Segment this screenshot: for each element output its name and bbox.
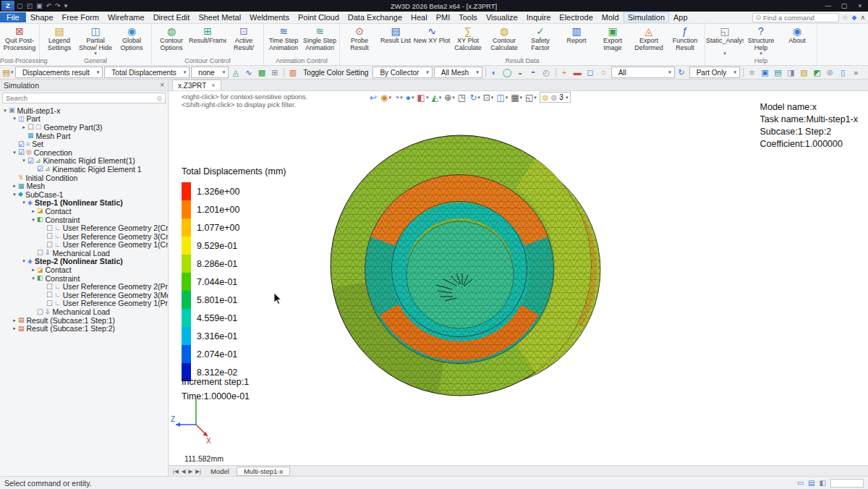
multi-window-icon[interactable]: ◱ ▾ (525, 93, 537, 103)
expand-toggle-icon[interactable]: ▾ (20, 258, 27, 264)
last-tab-button[interactable]: ▶| (194, 468, 203, 475)
menu-simulation[interactable]: Simulation (624, 12, 669, 22)
contour-options-button[interactable]: ◍ Contour Options (153, 25, 190, 58)
split-view-icon[interactable]: ◨ (786, 67, 797, 78)
tree-item[interactable]: ▾ ☑ ◎ Connection (0, 148, 168, 157)
list-display-icon[interactable]: ≡ (746, 67, 758, 78)
deformed-shape-icon[interactable]: ◬ (230, 67, 242, 78)
menu-visualize[interactable]: Visualize (482, 12, 522, 22)
active-result-frame-button[interactable]: ⊡ Active Result/ Frame (226, 25, 262, 58)
section-view-icon[interactable]: ◫ ▾ (496, 93, 508, 103)
document-tab[interactable]: x.Z3PRT × (172, 80, 221, 90)
minimize-button[interactable]: — (820, 2, 836, 9)
open-file-icon[interactable]: ◰ (27, 2, 33, 9)
entity-filter-select[interactable]: All (611, 67, 675, 78)
circle-probe-icon[interactable]: ○ (598, 67, 610, 78)
single-step-animation-button[interactable]: ≋ Single Step Animation (302, 25, 338, 58)
filter-status-icon[interactable]: ◧ (820, 479, 826, 487)
menu-inquire[interactable]: Inquire (522, 12, 556, 22)
expand-toggle-icon[interactable]: ▸ (11, 318, 18, 323)
menu-heal[interactable]: Heal (407, 12, 432, 22)
expand-toggle-icon[interactable]: ▸ (30, 267, 37, 273)
mesh-grid-icon[interactable]: ⊞ (269, 67, 281, 78)
visibility-checkbox[interactable]: ☑ (18, 148, 25, 156)
safety-factor-button[interactable]: ✓ Safety Factor (522, 25, 558, 58)
toggle-color-setting-button[interactable]: Toggle Color Setting (300, 67, 371, 78)
legend-settings-button[interactable]: ▤ Legend Settings (41, 25, 77, 58)
new-xy-plot-button[interactable]: ∿ New XY Plot (414, 25, 450, 58)
result-component-select[interactable]: Total Displacements (104, 67, 190, 78)
result-list-button[interactable]: ▤ Result List (378, 25, 414, 58)
tab-multi-step1-x[interactable]: Multi-step1-x (237, 467, 290, 476)
graphics-canvas[interactable]: <right-click> for context-sensitive opti… (169, 91, 868, 465)
tree-item[interactable]: ▾ ◈ Step-2 (Nonlinear Static) (0, 258, 168, 266)
next-tab-button[interactable]: ▶ (187, 468, 195, 475)
zoom-fit-icon[interactable]: ⊡ ▾ (483, 93, 494, 103)
light-count-control[interactable]: ◍ ◍ 3 ▾ (540, 92, 571, 103)
menu-wireframe[interactable]: Wireframe (103, 12, 149, 22)
menu-free-form[interactable]: Free Form (58, 12, 103, 22)
function-result-button[interactable]: ƒ Function Result (667, 25, 703, 58)
vector-display-icon[interactable]: ∿ (243, 67, 255, 78)
refresh-filter-icon[interactable]: ↻ (676, 67, 688, 78)
visibility-checkbox[interactable]: ☐ (46, 299, 53, 307)
pick-scope-select[interactable]: Part Only (689, 67, 740, 78)
rotate-view-icon[interactable]: ↻ ▾ (469, 93, 480, 103)
expand-toggle-icon[interactable]: ▸ (11, 326, 18, 331)
menu-app[interactable]: App (669, 12, 692, 22)
expand-toggle-icon[interactable]: ▾ (30, 217, 37, 223)
tree-item[interactable]: ▸ ☐ ▢ Geometry Part(3) (0, 123, 168, 132)
tree-item[interactable]: ☐ ∟ User Reference Geometry 2(Propagated… (0, 282, 168, 291)
menu-shape[interactable]: Shape (26, 12, 58, 22)
visibility-checkbox[interactable]: ☐ (27, 123, 34, 131)
pattern-display-icon[interactable]: ▧ (799, 67, 810, 78)
transparent-mode-icon[interactable]: ◓ (528, 67, 540, 78)
table-display-icon[interactable]: ▤ (773, 67, 784, 78)
tree-item[interactable]: ☐ ∟ User Reference Geometry 3(Created) (0, 232, 168, 241)
previous-view-icon[interactable]: ↩ (370, 93, 378, 103)
target-icon[interactable]: ⊚ (825, 67, 836, 78)
save-icon[interactable]: ▣ (36, 2, 43, 9)
tree-item[interactable]: ☑ ⊿ Kinematic Rigid Element 1 (0, 165, 168, 174)
tree-item[interactable]: ▾ ☑ ⊿ Kinematic Rigid Element(1) (0, 157, 168, 166)
add-probe-icon[interactable]: + (559, 67, 571, 78)
new-file-icon[interactable]: ▢ (17, 2, 23, 9)
prev-tab-button[interactable]: ◀ (180, 468, 187, 475)
tree-item[interactable]: ▾ ◆ SubCase-1 (0, 190, 168, 199)
wireframe-mode-icon[interactable]: ◯ (502, 67, 514, 78)
tab-model[interactable]: Model (203, 467, 237, 476)
tree-item[interactable]: ▸ ▩ Mesh (0, 182, 168, 190)
render-settings-icon[interactable]: ◩ (812, 67, 823, 78)
xy-plot-calculate-button[interactable]: ∑ XY Plot Calculate (450, 25, 486, 58)
favorites-icon[interactable]: ☆ (842, 14, 848, 21)
menu-file[interactable]: File (0, 12, 26, 22)
panel-close-icon[interactable]: × (160, 81, 164, 89)
element-edge-icon[interactable]: ▩ (256, 67, 268, 78)
command-log-icon[interactable]: ▤ (808, 479, 814, 487)
feedback-icon[interactable]: ◆ (851, 14, 856, 21)
partial-show-hide-button[interactable]: ◫ Partial Show/ Hide ▾ (77, 25, 114, 58)
pan-icon[interactable]: ◳ (458, 93, 467, 103)
about-button[interactable]: ◉ About (779, 25, 815, 58)
collapse-ribbon-icon[interactable]: ∧ (860, 14, 865, 21)
maximize-button[interactable]: ▢ (836, 2, 852, 9)
tree-item[interactable]: ☐ ∟ User Reference Geometry 3(Modified) (0, 291, 168, 299)
visibility-checkbox[interactable]: ☑ (27, 157, 34, 165)
menu-weldments[interactable]: Weldments (245, 12, 294, 22)
render-sphere-icon[interactable]: ● ▾ (406, 93, 414, 103)
display-settings-icon[interactable]: ▭ (797, 479, 804, 487)
menu-point-cloud[interactable]: Point Cloud (294, 12, 344, 22)
result-frame-button[interactable]: ⊞ Result/Frame (190, 25, 226, 58)
tree-item[interactable]: ☐ ∟ User Reference Geometry 2(Created) (0, 224, 168, 232)
layer-manager-icon[interactable]: ▣ (760, 67, 771, 78)
tree-item[interactable]: ▸ ▤ Result (Subcase:1 Step:2) (0, 324, 168, 333)
menu-mold[interactable]: Mold (597, 12, 624, 22)
tree-item[interactable]: ☐ ⇩ Mechanical Load (0, 307, 168, 316)
annotation-icon[interactable]: ◻ (585, 67, 597, 78)
tree-item[interactable]: ▾ ▣ Multi-step1-x (0, 106, 168, 115)
tree-item[interactable]: ☐ ∟ User Reference Geometry 1(Propagated… (0, 299, 168, 308)
deformation-style-select[interactable]: none (191, 67, 229, 78)
contour-calculate-button[interactable]: ◍ Contour Calculate (486, 25, 522, 58)
toolbar-overflow-icon[interactable]: » (851, 67, 862, 78)
expand-toggle-icon[interactable]: ▸ (20, 124, 27, 130)
